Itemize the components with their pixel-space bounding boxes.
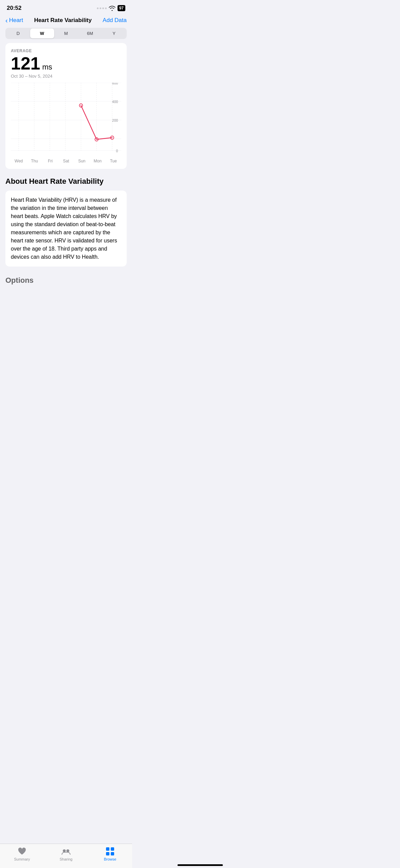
average-number: 121 — [11, 55, 40, 72]
chevron-left-icon: ‹ — [5, 17, 8, 24]
day-wed: Wed — [11, 159, 27, 163]
svg-text:600: 600 — [112, 83, 118, 85]
day-fri: Fri — [42, 159, 58, 163]
about-section: About Heart Rate Variability Heart Rate … — [0, 169, 132, 271]
status-bar: 20:52 97 — [0, 0, 132, 14]
segment-control: D W M 6M Y — [5, 28, 127, 39]
hrv-chart: 600 400 200 0 — [11, 83, 121, 157]
average-unit: ms — [42, 63, 52, 72]
page-title: Heart Rate Variability — [34, 17, 92, 24]
segment-m[interactable]: M — [54, 28, 78, 38]
back-label: Heart — [9, 17, 23, 24]
segment-d[interactable]: D — [6, 28, 30, 38]
svg-text:200: 200 — [112, 118, 118, 122]
svg-text:0: 0 — [116, 149, 118, 153]
about-card: Heart Rate Variability (HRV) is a measur… — [5, 191, 127, 267]
segment-y[interactable]: Y — [102, 28, 126, 38]
average-label: AVERAGE — [11, 48, 121, 53]
svg-text:400: 400 — [112, 100, 118, 104]
add-data-button[interactable]: Add Data — [103, 17, 127, 24]
day-labels: Wed Thu Fri Sat Sun Mon Tue — [11, 157, 121, 163]
stats-chart-card: AVERAGE 121 ms Oct 30 – Nov 5, 2024 600 … — [5, 43, 127, 169]
signal-icon — [97, 7, 107, 9]
back-button[interactable]: ‹ Heart — [5, 17, 23, 24]
day-sat: Sat — [58, 159, 74, 163]
day-tue: Tue — [105, 159, 121, 163]
segment-6m[interactable]: 6M — [78, 28, 102, 38]
about-title: About Heart Rate Variability — [5, 177, 127, 186]
battery-icon: 97 — [118, 5, 125, 11]
segment-w[interactable]: W — [30, 28, 54, 38]
status-time: 20:52 — [7, 5, 21, 12]
nav-bar: ‹ Heart Heart Rate Variability Add Data — [0, 14, 132, 28]
about-body: Heart Rate Variability (HRV) is a measur… — [11, 197, 117, 260]
status-icons: 97 — [97, 5, 125, 11]
chart-svg: 600 400 200 0 — [11, 83, 121, 157]
day-sun: Sun — [74, 159, 90, 163]
average-value-row: 121 ms — [11, 55, 121, 72]
day-thu: Thu — [27, 159, 43, 163]
day-mon: Mon — [90, 159, 106, 163]
options-heading: Options — [0, 271, 132, 285]
wifi-icon — [109, 6, 115, 11]
date-range: Oct 30 – Nov 5, 2024 — [11, 74, 121, 79]
time-range-selector: D W M 6M Y — [0, 28, 132, 43]
